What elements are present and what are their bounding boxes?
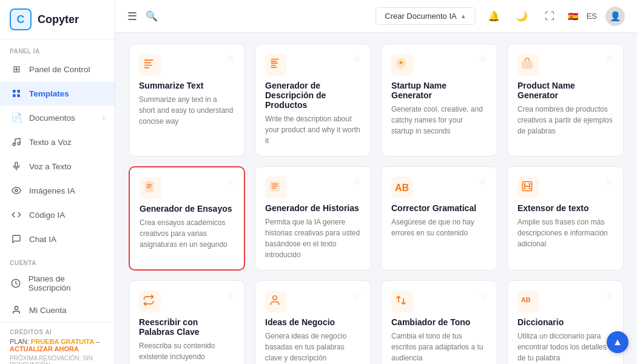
card-title: Ideas de Negocio bbox=[265, 317, 361, 327]
card-desc: Amplie sus frases con más descripciones … bbox=[517, 217, 613, 249]
card-desc: Summarize any text in a short and easy t… bbox=[139, 94, 235, 127]
sidebar-item-label: Documentos bbox=[29, 113, 75, 123]
avatar[interactable]: 👤 bbox=[605, 7, 625, 26]
card-product-name[interactable]: ☆ Product Name Generator Crea nombres de… bbox=[507, 44, 624, 157]
card-desc: Crea ensayos académicos creativos para v… bbox=[140, 217, 234, 250]
plan-info: PLAN: PRUEBA GRATUITA – ACTUALIZAR AHORA bbox=[10, 338, 105, 352]
card-corrector-gramatical[interactable]: AB ☆ Corrector Gramatical Asegúrese de q… bbox=[381, 166, 497, 271]
svg-rect-19 bbox=[271, 67, 277, 68]
svg-rect-1 bbox=[17, 90, 20, 93]
plan-sep: – bbox=[94, 338, 99, 345]
credits-label: CRÉDITOS AI bbox=[10, 329, 105, 335]
card-desc: Write the description about your product… bbox=[265, 113, 361, 146]
sidebar-item-planes[interactable]: Planes de Suscripción bbox=[0, 269, 115, 298]
star-icon[interactable]: ☆ bbox=[227, 54, 235, 64]
sidebar-item-panel-control[interactable]: ⊞ Panel de Control bbox=[0, 57, 115, 81]
card-generador-historias[interactable]: ☆ Generador de Historias Permita que la … bbox=[255, 166, 371, 271]
svg-rect-23 bbox=[147, 184, 152, 185]
sidebar-item-codigo[interactable]: Código IA bbox=[0, 203, 115, 227]
star-icon[interactable]: ☆ bbox=[479, 291, 487, 300]
scroll-up-button[interactable]: ▲ bbox=[607, 331, 629, 353]
card-title: Product Name Generator bbox=[517, 81, 613, 100]
star-icon[interactable]: ☆ bbox=[226, 177, 234, 187]
card-generador-descripcion[interactable]: ☆ Generador de Descripción de Productos … bbox=[255, 44, 371, 157]
voz-texto-icon bbox=[10, 160, 23, 173]
card-top: ☆ bbox=[265, 177, 361, 198]
sidebar-item-imagenes[interactable]: Imágenes IA bbox=[0, 178, 115, 203]
svg-rect-6 bbox=[15, 162, 18, 167]
sidebar-item-mi-cuenta[interactable]: Mi Cuenta bbox=[0, 298, 115, 322]
chevron-right-icon: › bbox=[103, 114, 105, 121]
sidebar-item-templates[interactable]: Templates bbox=[0, 81, 115, 106]
sidebar-item-label: Chat IA bbox=[29, 235, 56, 244]
star-icon[interactable]: ☆ bbox=[353, 291, 361, 300]
card-desc: Generate cool, creative, and catchy name… bbox=[391, 104, 487, 136]
card-icon-corrector-gramatical: AB bbox=[391, 177, 413, 198]
svg-point-10 bbox=[15, 306, 18, 309]
card-top: ☆ bbox=[265, 54, 361, 76]
star-icon[interactable]: ☆ bbox=[353, 54, 361, 64]
sidebar-item-label: Texto a Voz bbox=[29, 138, 72, 147]
sidebar-item-label: Voz a Texto bbox=[29, 162, 72, 171]
card-top: ☆ bbox=[391, 291, 487, 312]
star-icon[interactable]: ☆ bbox=[605, 54, 613, 64]
card-startup-name[interactable]: ☆ Startup Name Generator Generate cool, … bbox=[381, 44, 497, 157]
card-desc: Crea nombres de productos creativos a pa… bbox=[517, 104, 613, 136]
svg-rect-18 bbox=[271, 65, 275, 66]
card-diccionario[interactable]: AB ☆ Diccionario Utiliza un diccionario … bbox=[507, 280, 624, 364]
card-top: ☆ bbox=[517, 177, 613, 198]
menu-icon[interactable]: ☰ bbox=[127, 10, 137, 23]
svg-rect-3 bbox=[17, 94, 20, 97]
card-summarize-text[interactable]: ☆ Summarize Text Summarize any text in a… bbox=[129, 44, 245, 157]
star-icon[interactable]: ☆ bbox=[479, 54, 487, 64]
dark-mode-icon[interactable]: 🌙 bbox=[512, 7, 531, 26]
sidebar-item-label: Mi Cuenta bbox=[29, 306, 67, 315]
flag-icon: 🇪🇸 bbox=[568, 12, 578, 21]
chevron-down-icon: ▲ bbox=[460, 13, 467, 19]
sidebar-item-texto-voz[interactable]: Texto a Voz bbox=[0, 130, 115, 154]
svg-rect-16 bbox=[271, 61, 277, 62]
actualizar-link[interactable]: ACTUALIZAR AHORA bbox=[10, 345, 79, 352]
star-icon[interactable]: ☆ bbox=[479, 177, 487, 186]
sidebar-item-chat[interactable]: Chat IA bbox=[0, 227, 115, 251]
svg-point-33 bbox=[273, 296, 277, 300]
card-generador-ensayos[interactable]: ☆ Generador de Ensayos Crea ensayos acad… bbox=[129, 166, 245, 271]
star-icon[interactable]: ☆ bbox=[605, 291, 613, 300]
card-icon-generador-descripcion bbox=[265, 54, 287, 76]
star-icon[interactable]: ☆ bbox=[227, 291, 235, 300]
fullscreen-icon[interactable]: ⛶ bbox=[540, 7, 559, 26]
card-icon-reescribir-palabras bbox=[139, 291, 161, 312]
card-cambiador-tono[interactable]: ☆ Cambiador de Tono Cambia el tono de tu… bbox=[381, 280, 497, 364]
sidebar-item-documentos[interactable]: 📄 Documentos › bbox=[0, 106, 115, 130]
card-title: Reescribir con Palabras Clave bbox=[139, 317, 235, 337]
chat-icon bbox=[10, 232, 23, 246]
svg-rect-24 bbox=[147, 186, 152, 186]
svg-rect-22 bbox=[145, 182, 153, 192]
main-area: ☰ 🔍 Crear Documento IA ▲ 🔔 🌙 ⛶ 🇪🇸 ES 👤 ☆ bbox=[115, 0, 637, 364]
star-icon[interactable]: ☆ bbox=[605, 177, 613, 186]
svg-text:AB: AB bbox=[521, 296, 531, 303]
cuenta-section-label: CUENTA bbox=[0, 251, 115, 269]
star-icon[interactable]: ☆ bbox=[353, 177, 361, 186]
card-icon-generador-historias bbox=[265, 177, 287, 198]
card-icon-extensor-texto bbox=[517, 177, 539, 198]
crear-documento-button[interactable]: Crear Documento IA ▲ bbox=[376, 7, 475, 25]
sidebar: C Copyter PANEL IA ⊞ Panel de Control Te… bbox=[0, 0, 115, 364]
card-reescribir-palabras[interactable]: ☆ Reescribir con Palabras Clave Reescrib… bbox=[129, 280, 245, 364]
svg-rect-12 bbox=[144, 62, 152, 64]
prueba-gratuita-link[interactable]: PRUEBA GRATUITA bbox=[31, 338, 94, 345]
svg-rect-14 bbox=[144, 67, 149, 69]
card-icon-ideas-negocio bbox=[265, 291, 287, 312]
logo-icon: C bbox=[10, 8, 32, 30]
card-ideas-negocio[interactable]: ☆ Ideas de Negocio Genera ideas de negoc… bbox=[255, 280, 371, 364]
header-left: ☰ 🔍 bbox=[127, 10, 158, 23]
documentos-icon: 📄 bbox=[10, 111, 23, 124]
sidebar-item-voz-texto[interactable]: Voz a Texto bbox=[0, 154, 115, 178]
panel-control-icon: ⊞ bbox=[10, 62, 23, 76]
notifications-icon[interactable]: 🔔 bbox=[484, 7, 504, 26]
sidebar-logo: C Copyter bbox=[0, 0, 115, 39]
search-icon[interactable]: 🔍 bbox=[146, 10, 158, 22]
lang-label: ES bbox=[587, 12, 597, 21]
card-extensor-texto[interactable]: ☆ Extensor de texto Amplie sus frases co… bbox=[507, 166, 624, 271]
card-desc: Reescriba su contenido existente incluye… bbox=[139, 340, 235, 364]
